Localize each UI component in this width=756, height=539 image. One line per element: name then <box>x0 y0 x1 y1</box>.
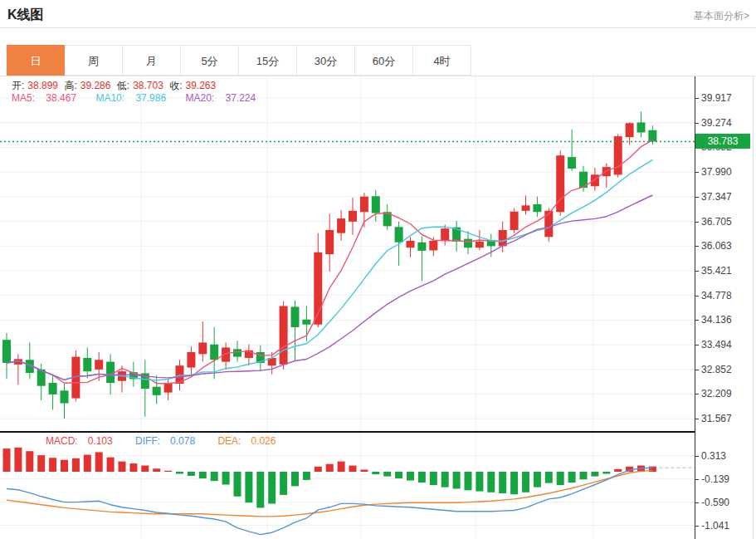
open-value: 38.899 <box>27 80 58 91</box>
ohlc-legend: 开:38.899 高:39.286 低:38.703 收:39.263 <box>12 79 219 93</box>
axis-tick-label: 33.494 <box>701 339 751 350</box>
tab-day[interactable]: 日 <box>7 45 65 76</box>
page-title: K线图 <box>7 7 44 24</box>
kline-page: { "header": { "title": "K线图", "link": "基… <box>0 0 756 539</box>
axis-tick-label: 32.852 <box>701 364 751 375</box>
tab-month[interactable]: 月 <box>123 45 181 76</box>
axis-tick-mark <box>695 197 699 198</box>
axis-tick-label: 36.705 <box>701 216 751 228</box>
axis-tick-label: 32.209 <box>701 388 751 399</box>
close-value: 39.263 <box>186 80 217 91</box>
open-label: 开: <box>12 80 24 91</box>
axis-tick-mark <box>695 123 699 124</box>
close-label: 收: <box>169 80 182 91</box>
tab-week[interactable]: 周 <box>65 45 123 76</box>
axis-tick-mark <box>695 456 699 457</box>
axis-tick-mark <box>695 246 699 247</box>
tab-5min[interactable]: 5分 <box>181 45 239 76</box>
macd-legend: MACD:0.103 DIFF:0.078 DEA:0.026 <box>46 435 295 447</box>
low-label: 低: <box>117 80 129 91</box>
current-price-badge: 38.783 <box>695 134 750 149</box>
axis-tick-mark <box>695 394 699 394</box>
axis-tick-mark <box>695 296 699 296</box>
tab-60min[interactable]: 60分 <box>355 45 413 76</box>
axis-tick-label: 37.990 <box>701 166 751 178</box>
axis-tick-label: 34.778 <box>701 290 751 301</box>
axis-tick-mark <box>695 222 699 223</box>
tab-30min[interactable]: 30分 <box>297 45 355 76</box>
page-header: K线图 基本面分析> <box>0 0 756 28</box>
axis-tick-mark <box>695 419 699 419</box>
axis-tick-label: 0.313 <box>701 450 751 462</box>
axis-tick-label: -1.041 <box>701 520 751 532</box>
macd-pane[interactable]: MACD:0.103 DIFF:0.078 DEA:0.026 <box>0 433 695 539</box>
tab-4hour[interactable]: 4时 <box>413 45 471 76</box>
axis-tick-label: -0.139 <box>701 473 751 485</box>
interval-tabbar: 日周月5分15分30分60分4时 <box>7 45 471 76</box>
candlestick-pane[interactable]: 开:38.899 高:39.286 低:38.703 收:39.263 MA5:… <box>0 76 695 431</box>
axis-tick-label: 39.917 <box>701 92 751 104</box>
axis-tick-mark <box>695 172 699 173</box>
tab-15min[interactable]: 15分 <box>239 45 297 76</box>
axis-tick-label: 36.063 <box>701 240 751 252</box>
axis-tick-mark <box>695 320 699 321</box>
axis-tick-mark <box>695 479 699 480</box>
right-edge-line <box>753 76 754 539</box>
diff-value: DIFF:0.078 <box>135 435 205 447</box>
axis-tick-mark <box>695 502 699 503</box>
dea-value: DEA:0.026 <box>217 435 285 447</box>
high-label: 高: <box>64 80 76 91</box>
ma-legend: MA5: 38.467 MA10: 37.986 MA20: 37.224 <box>12 92 272 104</box>
axis-tick-label: -0.590 <box>701 497 751 508</box>
axis-tick-mark <box>695 98 699 99</box>
macd-chart[interactable] <box>0 433 695 539</box>
axis-tick-label: 37.347 <box>701 191 751 203</box>
ma20-legend: MA20: 37.224 <box>185 92 264 104</box>
axis-tick-mark <box>695 526 699 527</box>
fundamental-analysis-link[interactable]: 基本面分析> <box>694 9 749 23</box>
axis-tick-label: 34.136 <box>701 314 751 326</box>
axis-tick-mark <box>695 345 699 345</box>
axis-tick-label: 39.274 <box>701 117 751 129</box>
candlestick-chart[interactable] <box>0 76 695 431</box>
high-value: 39.286 <box>80 80 111 91</box>
axis-tick-mark <box>695 271 699 272</box>
axis-tick-mark <box>695 370 699 370</box>
axis-tick-label: 35.421 <box>701 265 751 277</box>
low-value: 38.703 <box>133 80 163 91</box>
ma10-legend: MA10: 37.986 <box>95 92 174 104</box>
axis-tick-label: 31.567 <box>701 413 751 424</box>
ma5-legend: MA5: 38.467 <box>12 92 85 104</box>
macd-value: MACD:0.103 <box>46 435 123 447</box>
